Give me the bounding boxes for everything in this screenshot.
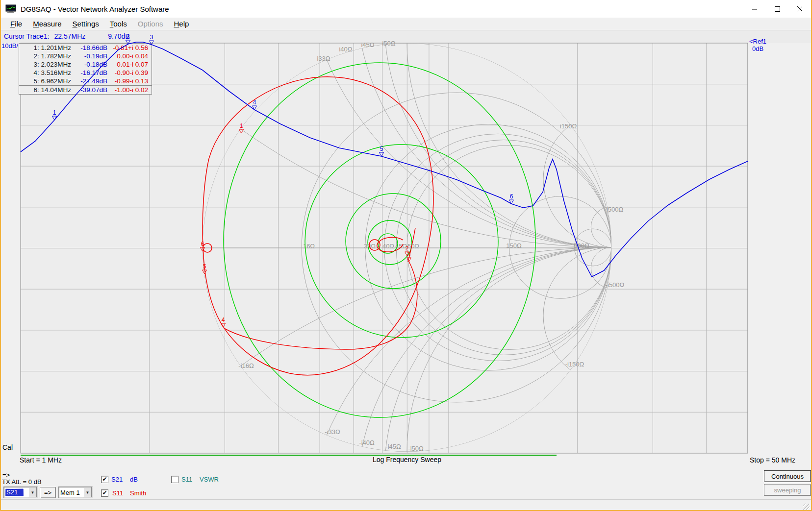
app-window: DG8SAQ - Vector Network Analyzer Softwar…	[0, 0, 812, 511]
impedance-label: -i40Ω	[359, 439, 375, 446]
marker-row: 3: 2.023MHz-0.18dB0.01-i 0.07	[19, 60, 152, 69]
combo-dropdown-icon[interactable]: ▼	[28, 487, 37, 497]
s11-vswr-checkbox-label: S11	[181, 476, 192, 483]
transfer-button[interactable]: =>	[40, 487, 56, 498]
impedance-label: i50Ω	[382, 40, 395, 47]
impedance-label: i45Ω	[361, 41, 374, 49]
marker-row: 6: 14.04MHz-39.07dB-1.00-i 0.02	[19, 85, 152, 94]
impedance-label: i33Ω	[317, 55, 330, 62]
s11-vswr-checkbox[interactable]	[171, 476, 178, 483]
impedance-label: 150Ω	[506, 242, 522, 249]
scale-per-div-label: 10dB/	[1, 42, 18, 49]
s11-smith-checkbox-label: S11	[112, 489, 123, 497]
impedance-label: i40Ω	[339, 46, 352, 53]
marker-number: 4	[222, 316, 225, 323]
trace-select-combobox[interactable]: S21 ▼	[3, 487, 38, 498]
ref-name: <Ref1	[749, 38, 766, 45]
impedance-label: -i50Ω	[408, 445, 424, 452]
impedance-label: -i45Ω	[385, 443, 401, 450]
combo-dropdown-icon[interactable]: ▼	[83, 487, 92, 497]
s21-mode-label: dB	[130, 476, 138, 483]
marker-number: 5	[203, 263, 206, 270]
impedance-label: -i500Ω	[606, 281, 625, 289]
impedance-label: -i33Ω	[325, 428, 340, 436]
s11-smith-checkbox[interactable]: ✔	[101, 489, 108, 497]
impedance-label: 33Ω	[364, 243, 376, 250]
ref-value: 0dB	[749, 45, 766, 52]
marker-number: 3	[407, 251, 411, 258]
impedance-label: 500Ω	[574, 242, 589, 249]
impedance-label: 40Ω	[382, 243, 394, 250]
marker-row: 1: 1.201MHz-18.66dB-0.81+i 0.56	[19, 44, 152, 52]
marker-table: 1: 1.201MHz-18.66dB-0.81+i 0.562: 1.782M…	[19, 43, 152, 95]
marker-row: 4: 3.516MHz-16.17dB-0.90-i 0.39	[19, 69, 152, 77]
memory-select-combobox[interactable]: Mem 1 ▼	[58, 487, 93, 498]
trace-select-value: S21	[5, 488, 24, 496]
impedance-label: -i150Ω	[565, 361, 584, 368]
s11-smith-mode-label: Smith	[130, 489, 146, 497]
sweeping-button[interactable]: sweeping	[764, 484, 811, 496]
memory-select-value: Mem 1	[60, 489, 80, 496]
marker-number: 6	[201, 241, 204, 247]
continuous-button[interactable]: Continuous	[764, 470, 811, 482]
impedance-label: -i16Ω	[238, 362, 254, 369]
impedance-label: 50Ω	[407, 243, 419, 250]
marker-number: 1	[240, 122, 243, 129]
s21-checkbox-label: S21	[111, 476, 123, 483]
marker-row: 2: 1.782MHz-0.19dB0.00-i 0.04	[19, 52, 152, 60]
s11-vswr-mode-label: VSWR	[200, 476, 219, 483]
s21-checkbox[interactable]: ✔	[101, 476, 108, 483]
ref-level-label: <Ref1 0dB	[749, 38, 766, 52]
impedance-label: i500Ω	[607, 206, 624, 213]
impedance-label: i150Ω	[560, 122, 577, 130]
marker-row: 5: 6.962MHz-27.49dB-0.99-i 0.13	[19, 77, 152, 85]
